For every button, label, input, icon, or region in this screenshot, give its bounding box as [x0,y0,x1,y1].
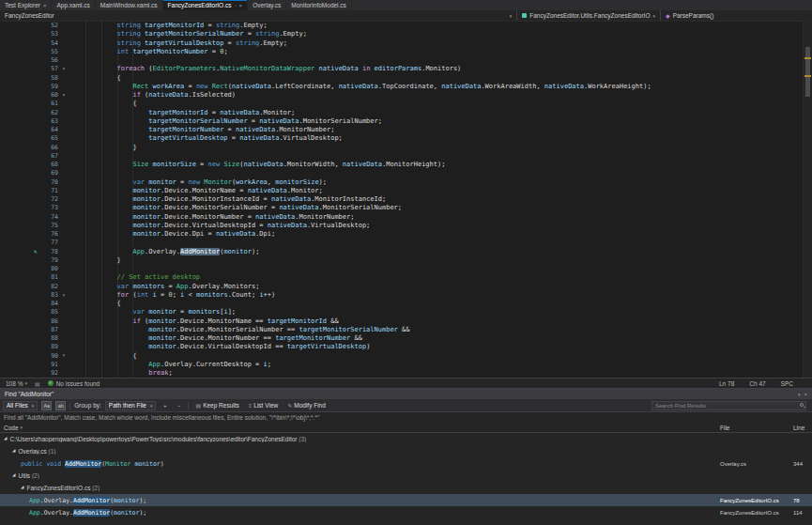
editor-scrollbar[interactable] [803,22,812,378]
whole-word-icon[interactable]: ab [55,401,66,410]
keep-results-button[interactable]: ▤ Keep Results [192,402,241,409]
find-result-row[interactable]: App.Overlay.AddMonitor(monitor);FancyZon… [0,494,812,506]
project-dropdown[interactable]: FancyZonesEditor ▾ [0,10,516,21]
gutter[interactable]: 82 [0,283,69,291]
code-line-80[interactable]: 80 [0,265,803,273]
code-line-75[interactable]: 75 monitor.Device.VirtualDesktopId = nat… [0,222,803,230]
gutter[interactable]: 90▾ [0,352,69,361]
expander-icon[interactable]: ◢ [12,449,15,454]
gutter[interactable]: 69 [0,169,69,178]
column-header-code[interactable]: Code ▾ [0,425,720,431]
window-position-icon[interactable]: ▾ [798,392,801,397]
fold-chevron-icon[interactable]: ▾ [58,293,69,299]
code-line-56[interactable]: 56 [0,56,803,65]
gutter[interactable]: 86 [0,317,69,326]
code-line-72[interactable]: 72 monitor.Device.MonitorInstanceId = na… [0,195,803,204]
code-line-68[interactable]: 68 Size monitorSize = new Size(nativeDat… [0,161,803,169]
code-line-73[interactable]: 73 monitor.Device.MonitorSerialNumber = … [0,204,803,212]
code-line-71[interactable]: 71 monitor.Device.MonitorName = nativeDa… [0,187,803,195]
code-line-88[interactable]: 88 monitor.Device.MonitorNumber == targe… [0,334,803,343]
code-line-84[interactable]: 84 { [0,300,803,308]
tab-mainwindow-xaml-cs[interactable]: MainWindow.xaml.cs [96,0,163,10]
collapse-all-icon[interactable]: − [174,401,184,410]
expand-all-icon[interactable]: + [160,401,170,410]
gutter[interactable]: 91 [0,361,69,369]
gutter[interactable]: 79 [0,256,69,265]
gutter[interactable]: 73 [0,204,69,212]
scrollbar-thumb[interactable] [805,47,810,97]
code-editor[interactable]: 52 string targetMonitorId = string.Empty… [0,22,812,378]
code-line-64[interactable]: 64 targetMonitorNumber = nativeData.Moni… [0,126,803,134]
code-line-91[interactable]: 91 App.Overlay.CurrentDesktop = i; [0,361,803,369]
tab-test-explorer[interactable]: Test Explorer× [0,0,52,10]
find-group-row[interactable]: ◢Utils (2) [0,470,812,482]
gutter[interactable]: 85 [0,308,69,317]
find-group-row[interactable]: ◢FancyZonesEditorIO.cs (2) [0,482,812,494]
code-line-81[interactable]: 81 // Set active desktop [0,273,803,282]
gutter[interactable]: 75 [0,222,69,230]
column-indicator[interactable]: Ch 47 [749,380,765,387]
gutter[interactable]: 56 [0,56,69,65]
tab-app-xaml-cs[interactable]: App.xaml.cs [52,0,95,10]
pin-icon[interactable]: ◦ [234,3,236,8]
expander-icon[interactable]: ◢ [21,486,23,490]
code-line-53[interactable]: 53 string targetMonitorSerialNumber = st… [0,30,803,39]
code-line-52[interactable]: 52 string targetMonitorId = string.Empty… [0,22,803,30]
code-line-85[interactable]: 85 var monitor = monitors[i]; [0,308,803,317]
fold-chevron-icon[interactable]: ▾ [58,67,69,72]
code-line-58[interactable]: 58 { [0,74,803,83]
close-icon[interactable]: × [239,3,243,8]
gutter[interactable]: 63 [0,117,69,126]
find-panel-title-bar[interactable]: Find "AddMonitor" ▾ × [0,389,812,399]
gutter[interactable]: 58 [0,74,69,83]
list-view-button[interactable]: ≡ List View [246,402,281,409]
code-line-77[interactable]: 77 [0,239,803,247]
code-line-62[interactable]: 62 targetMonitorId = nativeData.Monitor; [0,109,803,117]
code-line-59[interactable]: 59 Rect workArea = new Rect(nativeData.L… [0,83,803,91]
gutter[interactable]: 60▾ [0,91,69,100]
code-line-57[interactable]: 57▾ foreach (EditorParameters.NativeMoni… [0,65,803,73]
fold-chevron-icon[interactable]: ▾ [58,353,69,359]
modify-find-button[interactable]: ✎ Modify Find [284,402,329,409]
gutter[interactable]: 72 [0,195,69,204]
gutter[interactable]: 55 [0,48,69,56]
gutter[interactable]: 64 [0,126,69,134]
code-line-92[interactable]: 92 break; [0,369,803,378]
fold-chevron-icon[interactable]: ▾ [58,93,69,99]
gutter[interactable]: 74 [0,213,69,222]
code-line-86[interactable]: 86 if (monitor.Device.MonitorName == tar… [0,317,803,326]
close-icon[interactable]: × [804,392,807,397]
gutter[interactable]: 59 [0,83,69,91]
whitespace-indicator[interactable]: SPC [781,380,793,387]
code-line-67[interactable]: 67 [0,152,803,161]
code-line-90[interactable]: 90▾ { [0,352,803,361]
code-line-54[interactable]: 54 string targetVirtualDesktop = string.… [0,39,803,48]
gutter[interactable]: 92 [0,369,69,378]
code-line-87[interactable]: 87 monitor.Device.MonitorSerialNumber ==… [0,326,803,334]
close-icon[interactable]: × [43,3,47,8]
search-input[interactable] [651,401,806,410]
gutter[interactable]: 66 [0,144,69,152]
tab-monitorinfomodel-cs[interactable]: MonitorInfoModel.cs [286,0,352,10]
code-line-69[interactable]: 69 [0,169,803,178]
find-result-row[interactable]: public void AddMonitor(Monitor monitor)O… [0,457,812,470]
gutter[interactable]: 80 [0,265,69,273]
gutter[interactable]: 88 [0,334,69,343]
tab-fancyzoneseditorio-cs[interactable]: FancyZonesEditorIO.cs◦× [163,0,249,10]
expander-icon[interactable]: ◢ [12,473,15,478]
code-line-70[interactable]: 70 var monitor = new Monitor(workArea, m… [0,178,803,187]
group-by-dropdown[interactable]: Path then File ▾ [105,401,157,410]
code-line-74[interactable]: 74 monitor.Device.MonitorNumber = native… [0,213,803,222]
member-dropdown[interactable]: ◆ ParseParams() [660,10,812,21]
gutter[interactable]: 81 [0,273,69,282]
gutter[interactable]: 67 [0,152,69,161]
code-line-89[interactable]: 89 monitor.Device.VirtualDesktopId == ta… [0,343,803,351]
gutter[interactable]: 57▾ [0,65,69,73]
code-line-55[interactable]: 55 int targetMonitorNumber = 0; [0,48,803,56]
code-line-82[interactable]: 82 var monitors = App.Overlay.Monitors; [0,283,803,291]
code-line-60[interactable]: 60▾ if (nativeData.IsSelected) [0,91,803,100]
find-result-row[interactable]: App.Overlay.AddMonitor(monitor);FancyZon… [0,506,812,518]
code-line-66[interactable]: 66 } [0,144,803,152]
gutter[interactable]: 70 [0,178,69,187]
line-indicator[interactable]: Ln 78 [719,380,734,387]
